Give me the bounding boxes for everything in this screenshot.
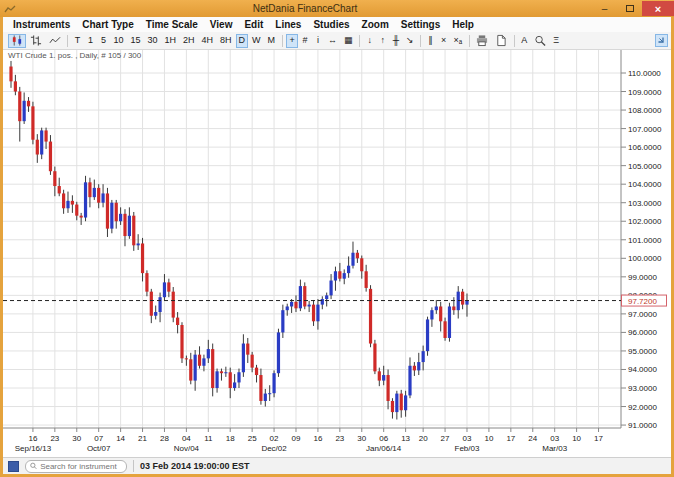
candle [185, 356, 188, 366]
menu-edit[interactable]: Edit [238, 19, 269, 30]
candle [180, 322, 183, 363]
grid-layer [3, 50, 621, 428]
menu-help[interactable]: Help [446, 19, 480, 30]
text-tool-button[interactable]: A [518, 34, 530, 48]
delete-all-drawings-button[interactable]: ×ₐ [451, 34, 466, 48]
x-tick-label: 23 [50, 434, 59, 443]
menu-settings[interactable]: Settings [395, 19, 446, 30]
grid-toggle-button[interactable]: # [299, 34, 311, 48]
instrument-search-box[interactable] [25, 460, 127, 473]
timeframe-15m-button[interactable]: 15 [128, 34, 144, 48]
status-bar: 03 Feb 2014 19:00:00 EST [3, 457, 671, 474]
toolbar-separator [514, 35, 515, 47]
x-tick-label: 14 [116, 434, 125, 443]
timeframe-daily-button[interactable]: D [236, 34, 249, 48]
menu-time-scale[interactable]: Time Scale [140, 19, 204, 30]
draw-upline-button[interactable]: ↑ [377, 34, 389, 48]
x-month-label: Sep/16/13 [15, 444, 52, 453]
x-tick-label: 21 [138, 434, 147, 443]
x-tick-label: 11 [204, 434, 213, 443]
candle [75, 202, 78, 221]
x-tick-label: 02 [270, 434, 279, 443]
zoom-tool-button[interactable] [531, 34, 549, 48]
candle [198, 346, 201, 368]
candle [312, 300, 315, 326]
parallel-lines-button[interactable]: ∥ [425, 34, 437, 48]
price-chart[interactable]: 91.000092.000093.000094.000095.000096.00… [3, 50, 671, 457]
candle [316, 299, 319, 330]
y-tick-label: 109.0000 [628, 88, 662, 97]
timeframe-1h-button[interactable]: 1H [162, 34, 180, 48]
x-tick-label: 18 [226, 434, 235, 443]
candle [439, 302, 442, 332]
candle [150, 289, 153, 323]
candlestick-chart-button[interactable] [8, 34, 26, 48]
candle [62, 190, 65, 214]
minimize-button[interactable]: – [592, 1, 617, 16]
menu-lines[interactable]: Lines [269, 19, 307, 30]
timeframe-monthly-button[interactable]: M [265, 34, 279, 48]
timeframe-5m-button[interactable]: 5 [98, 34, 110, 48]
candle [321, 296, 324, 309]
timeframe-10m-button[interactable]: 10 [111, 34, 127, 48]
candle [115, 200, 118, 229]
ohlc-chart-button[interactable] [27, 34, 45, 48]
candle [58, 178, 61, 197]
menu-studies[interactable]: Studies [307, 19, 355, 30]
candle [194, 350, 197, 391]
menu-zoom[interactable]: Zoom [356, 19, 395, 30]
menu-view[interactable]: View [204, 19, 239, 30]
candle [101, 184, 104, 207]
page-setup-button[interactable] [492, 34, 510, 48]
x-month-label: Mar/03 [542, 444, 567, 453]
y-tick-label: 110.0000 [628, 69, 661, 78]
info-button[interactable]: i [312, 34, 324, 48]
close-button[interactable]: × [642, 1, 674, 16]
search-input[interactable] [40, 462, 122, 471]
candle [176, 312, 179, 333]
x-tick-label: 13 [401, 434, 410, 443]
draw-channel-button[interactable]: ╫ [390, 34, 402, 48]
x-month-label: Jan/06/14 [366, 444, 402, 453]
scroll-arrows-button[interactable]: ↔ [325, 34, 340, 48]
candle [277, 329, 280, 377]
candle [167, 279, 170, 298]
menu-chart-type[interactable]: Chart Type [76, 19, 140, 30]
timeframe-4h-button[interactable]: 4H [199, 34, 217, 48]
candle [452, 297, 455, 315]
toolbar-separator [359, 35, 360, 47]
y-tick-label: 100.0000 [628, 254, 662, 263]
toolbar-collapse-button[interactable] [655, 34, 668, 47]
candle [435, 300, 438, 314]
delete-drawing-button[interactable]: × [438, 34, 450, 48]
timeframe-1m-button[interactable]: 1 [85, 34, 97, 48]
link-indicator-icon[interactable] [8, 461, 19, 472]
timeframe-weekly-button[interactable]: W [249, 34, 264, 48]
maximize-button[interactable] [617, 1, 642, 16]
draw-ray-button[interactable]: ↘ [403, 34, 417, 48]
print-button[interactable] [473, 34, 491, 48]
window-title: NetDania FinanceChart [18, 3, 592, 14]
crosshair-button[interactable]: + [286, 34, 298, 48]
mini-chart-button[interactable]: ▦ [341, 34, 356, 48]
scale-settings-button[interactable]: Ξ [550, 34, 562, 48]
candle [237, 369, 240, 388]
candle [356, 250, 359, 263]
timeframe-2h-button[interactable]: 2H [180, 34, 198, 48]
menu-instruments[interactable]: Instruments [7, 19, 76, 30]
candle [426, 317, 429, 356]
x-tick-label: 30 [357, 434, 366, 443]
draw-downline-button[interactable]: ↓ [364, 34, 376, 48]
timeframe-30m-button[interactable]: 30 [145, 34, 161, 48]
title-bar[interactable]: NetDania FinanceChart – × [0, 0, 674, 17]
y-tick-label: 91.0000 [628, 421, 657, 430]
line-chart-button[interactable] [46, 34, 64, 48]
x-tick-label: 30 [72, 434, 81, 443]
candle [242, 334, 245, 377]
candle [325, 293, 328, 307]
x-tick-label: 24 [528, 434, 537, 443]
candle [84, 176, 87, 221]
timeframe-8h-button[interactable]: 8H [217, 34, 235, 48]
timeframe-tick-button[interactable]: T [72, 34, 84, 48]
candle [66, 192, 69, 213]
